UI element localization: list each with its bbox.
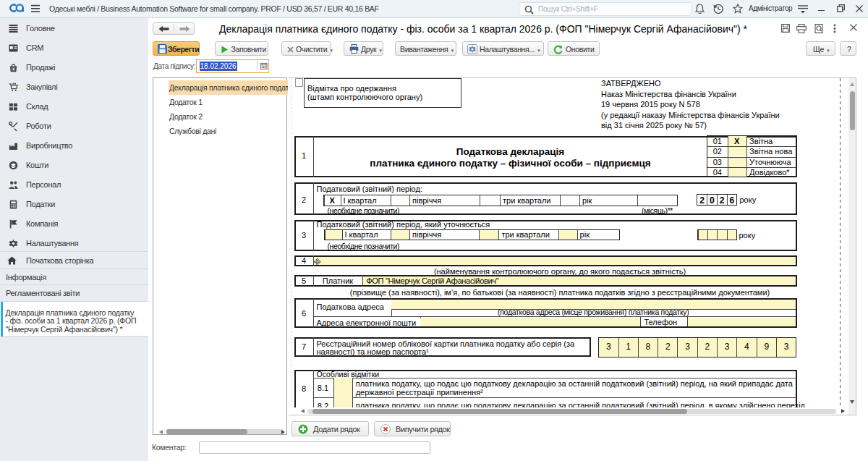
- svg-text:₴: ₴: [12, 161, 16, 169]
